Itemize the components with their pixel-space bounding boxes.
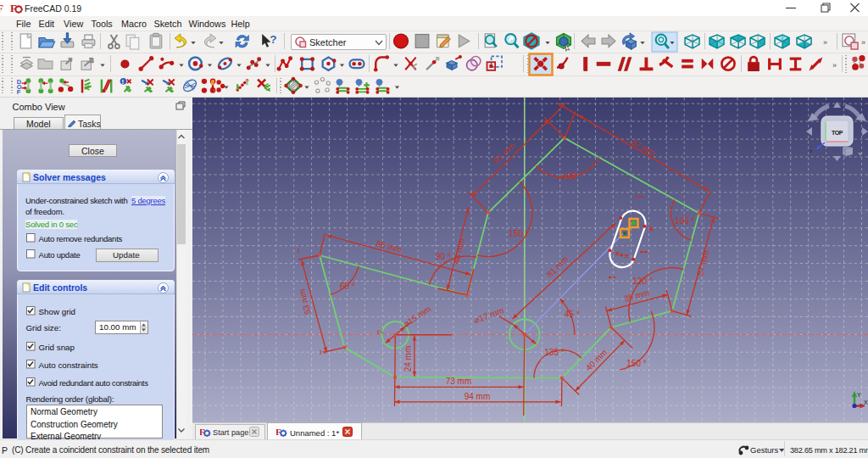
svg-text:150 °: 150 °: [509, 229, 528, 238]
svg-text:TOP: TOP: [832, 130, 843, 136]
svg-text:F: F: [17, 88, 21, 96]
svg-text:»: »: [861, 38, 865, 47]
svg-text:24 mm: 24 mm: [403, 346, 413, 372]
svg-text:Y: Y: [857, 392, 861, 398]
svg-text:90 °: 90 °: [436, 252, 451, 261]
svg-text:!: !: [121, 78, 124, 86]
svg-text:»: »: [832, 61, 837, 70]
svg-text:105 °: 105 °: [675, 216, 694, 226]
svg-text:73 mm: 73 mm: [446, 377, 472, 386]
svg-text:X: X: [864, 399, 868, 405]
svg-text:z: z: [810, 148, 812, 154]
svg-text:45 °: 45 °: [565, 310, 580, 319]
svg-text:135 °: 135 °: [544, 348, 564, 357]
svg-text:60 °: 60 °: [340, 282, 355, 291]
svg-text:150 °: 150 °: [626, 359, 646, 368]
svg-text:94 mm: 94 mm: [465, 392, 491, 401]
svg-text:»: »: [823, 38, 827, 47]
svg-text:F: F: [0, 2, 3, 14]
svg-text:105 °: 105 °: [562, 171, 581, 181]
svg-text:120 °: 120 °: [632, 276, 652, 286]
svg-text:?: ?: [270, 33, 276, 46]
